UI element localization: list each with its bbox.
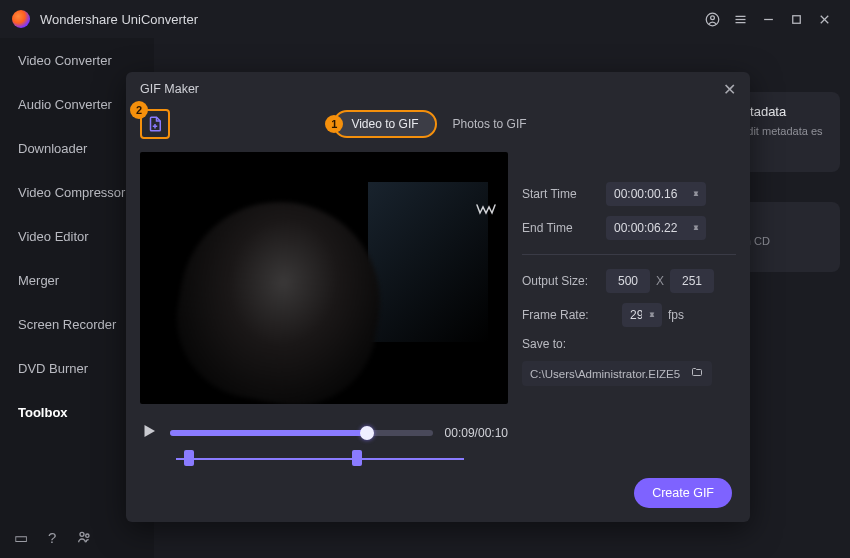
account-icon[interactable] — [698, 5, 726, 33]
sidebar-item-label: Downloader — [18, 141, 87, 156]
play-button[interactable] — [140, 422, 158, 444]
output-width-input[interactable] — [606, 269, 650, 293]
timecode: 00:09/00:10 — [445, 426, 508, 440]
sidebar-item-label: Screen Recorder — [18, 317, 116, 332]
tab-label: Video to GIF — [351, 117, 418, 131]
maximize-button[interactable] — [782, 5, 810, 33]
video-preview[interactable] — [140, 152, 508, 404]
save-to-path: C:\Users\Administrator.EIZE5 — [530, 368, 680, 380]
save-to-label: Save to: — [522, 337, 566, 351]
frame-rate-label: Frame Rate: — [522, 308, 622, 322]
svg-point-1 — [710, 15, 714, 19]
modal-title: GIF Maker — [140, 82, 199, 96]
minimize-button[interactable] — [754, 5, 782, 33]
timeline-fill — [170, 430, 367, 436]
svg-point-10 — [86, 534, 89, 537]
tab-label: Photos to GIF — [453, 117, 527, 131]
menu-icon[interactable] — [726, 5, 754, 33]
range-handle-end[interactable] — [352, 450, 362, 466]
save-to-field[interactable]: C:\Users\Administrator.EIZE5 — [522, 361, 712, 386]
help-icon[interactable]: ? — [48, 529, 56, 548]
title-bar: Wondershare UniConverter — [0, 0, 850, 38]
browse-folder-icon[interactable] — [690, 366, 704, 381]
tutorial-icon[interactable]: ▭ — [14, 529, 28, 548]
add-file-icon — [146, 115, 164, 133]
output-height-input[interactable] — [670, 269, 714, 293]
dimension-separator: X — [656, 274, 664, 288]
sidebar-item-label: Merger — [18, 273, 59, 288]
sidebar-item-label: Toolbox — [18, 405, 68, 420]
output-size-label: Output Size: — [522, 274, 606, 288]
app-title: Wondershare UniConverter — [40, 12, 198, 27]
add-file-button[interactable]: 2 — [140, 109, 170, 139]
start-time-label: Start Time — [522, 187, 606, 201]
modal-close-button[interactable]: ✕ — [723, 80, 736, 99]
sidebar-item-label: Video Compressor — [18, 185, 125, 200]
create-gif-button[interactable]: Create GIF — [634, 478, 732, 508]
watermark-icon — [476, 202, 496, 219]
timeline-knob[interactable] — [360, 426, 374, 440]
sidebar-item-label: Audio Converter — [18, 97, 112, 112]
end-time-label: End Time — [522, 221, 606, 235]
app-logo-icon — [12, 10, 30, 28]
step-badge-2: 2 — [130, 101, 148, 119]
svg-marker-13 — [145, 425, 156, 437]
svg-rect-6 — [792, 15, 800, 23]
start-time-input[interactable] — [606, 182, 706, 206]
frame-rate-input[interactable] — [622, 303, 662, 327]
create-gif-label: Create GIF — [652, 486, 714, 500]
video-preview-column: 00:09/00:10 — [140, 152, 508, 510]
tab-video-to-gif[interactable]: 1 Video to GIF — [333, 110, 436, 138]
sidebar-item-label: DVD Burner — [18, 361, 88, 376]
gif-maker-modal: GIF Maker ✕ 2 1 Video to GIF Photos to G… — [126, 72, 750, 522]
community-icon[interactable] — [76, 529, 92, 548]
end-time-input[interactable] — [606, 216, 706, 240]
clip-range-slider[interactable] — [176, 450, 464, 468]
step-badge-1: 1 — [325, 115, 343, 133]
timeline-slider[interactable] — [170, 430, 433, 436]
fps-unit: fps — [668, 308, 684, 322]
svg-point-9 — [80, 532, 84, 536]
sidebar-item-label: Video Editor — [18, 229, 89, 244]
sidebar-item-label: Video Converter — [18, 53, 112, 68]
settings-panel: Start Time ▲▼ End Time ▲▼ Output Size: — [522, 152, 736, 510]
close-window-button[interactable] — [810, 5, 838, 33]
range-handle-start[interactable] — [184, 450, 194, 466]
tab-photos-to-gif[interactable]: Photos to GIF — [437, 110, 543, 138]
